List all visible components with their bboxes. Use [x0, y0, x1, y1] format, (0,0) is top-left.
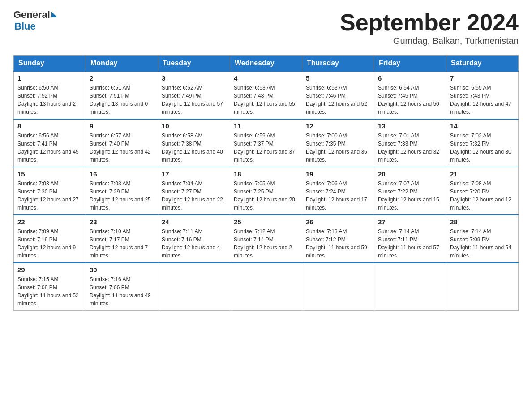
- day-number: 12: [306, 122, 370, 130]
- day-number: 23: [90, 218, 154, 226]
- day-number: 17: [162, 170, 226, 178]
- calendar-cell: 4Sunrise: 6:53 AMSunset: 7:48 PMDaylight…: [230, 71, 302, 119]
- week-row-2: 8Sunrise: 6:56 AMSunset: 7:41 PMDaylight…: [14, 119, 519, 167]
- day-info: Sunrise: 6:53 AMSunset: 7:46 PMDaylight:…: [306, 84, 370, 116]
- day-number: 13: [378, 122, 442, 130]
- logo: General Blue: [13, 9, 57, 32]
- day-number: 15: [17, 170, 82, 178]
- day-info: Sunrise: 6:57 AMSunset: 7:40 PMDaylight:…: [90, 132, 154, 164]
- day-info: Sunrise: 6:59 AMSunset: 7:37 PMDaylight:…: [234, 132, 298, 164]
- calendar-cell: 25Sunrise: 7:12 AMSunset: 7:14 PMDayligh…: [230, 215, 302, 263]
- day-info: Sunrise: 7:01 AMSunset: 7:33 PMDaylight:…: [378, 132, 442, 164]
- weekday-header-tuesday: Tuesday: [158, 56, 230, 72]
- day-number: 19: [306, 170, 370, 178]
- day-info: Sunrise: 6:51 AMSunset: 7:51 PMDaylight:…: [90, 84, 154, 116]
- day-number: 2: [90, 74, 154, 82]
- day-number: 26: [306, 218, 370, 226]
- day-info: Sunrise: 7:11 AMSunset: 7:16 PMDaylight:…: [162, 227, 226, 260]
- calendar-cell: 14Sunrise: 7:02 AMSunset: 7:32 PMDayligh…: [446, 119, 519, 167]
- calendar-cell: [230, 263, 302, 311]
- calendar-cell: 26Sunrise: 7:13 AMSunset: 7:12 PMDayligh…: [302, 215, 374, 263]
- calendar-cell: 12Sunrise: 7:00 AMSunset: 7:35 PMDayligh…: [302, 119, 374, 167]
- calendar-cell: 23Sunrise: 7:10 AMSunset: 7:17 PMDayligh…: [86, 215, 158, 263]
- day-info: Sunrise: 7:07 AMSunset: 7:22 PMDaylight:…: [378, 180, 442, 212]
- weekday-header-saturday: Saturday: [446, 56, 519, 72]
- day-info: Sunrise: 6:53 AMSunset: 7:48 PMDaylight:…: [234, 84, 298, 116]
- location-text: Gumdag, Balkan, Turkmenistan: [340, 36, 519, 46]
- day-info: Sunrise: 7:10 AMSunset: 7:17 PMDaylight:…: [90, 227, 154, 260]
- day-number: 20: [378, 170, 442, 178]
- day-number: 7: [450, 74, 515, 82]
- day-info: Sunrise: 6:58 AMSunset: 7:38 PMDaylight:…: [162, 132, 226, 164]
- weekday-header-wednesday: Wednesday: [230, 56, 302, 72]
- calendar-cell: 2Sunrise: 6:51 AMSunset: 7:51 PMDaylight…: [86, 71, 158, 119]
- calendar-cell: 18Sunrise: 7:05 AMSunset: 7:25 PMDayligh…: [230, 167, 302, 215]
- calendar-cell: 28Sunrise: 7:14 AMSunset: 7:09 PMDayligh…: [446, 215, 519, 263]
- day-info: Sunrise: 7:06 AMSunset: 7:24 PMDaylight:…: [306, 180, 370, 212]
- calendar-cell: 1Sunrise: 6:50 AMSunset: 7:52 PMDaylight…: [14, 71, 86, 119]
- day-info: Sunrise: 7:15 AMSunset: 7:08 PMDaylight:…: [17, 275, 82, 308]
- day-number: 4: [234, 74, 298, 82]
- weekday-header-monday: Monday: [86, 56, 158, 72]
- calendar-cell: 13Sunrise: 7:01 AMSunset: 7:33 PMDayligh…: [374, 119, 446, 167]
- day-number: 1: [17, 74, 82, 82]
- calendar-cell: 16Sunrise: 7:03 AMSunset: 7:29 PMDayligh…: [86, 167, 158, 215]
- day-info: Sunrise: 7:05 AMSunset: 7:25 PMDaylight:…: [234, 180, 298, 212]
- day-info: Sunrise: 7:08 AMSunset: 7:20 PMDaylight:…: [450, 180, 515, 212]
- calendar-cell: 24Sunrise: 7:11 AMSunset: 7:16 PMDayligh…: [158, 215, 230, 263]
- calendar-cell: [302, 263, 374, 311]
- day-info: Sunrise: 6:54 AMSunset: 7:45 PMDaylight:…: [378, 84, 442, 116]
- day-info: Sunrise: 7:13 AMSunset: 7:12 PMDaylight:…: [306, 227, 370, 260]
- day-number: 16: [90, 170, 154, 178]
- calendar-cell: 15Sunrise: 7:03 AMSunset: 7:30 PMDayligh…: [14, 167, 86, 215]
- day-info: Sunrise: 6:50 AMSunset: 7:52 PMDaylight:…: [17, 84, 82, 116]
- day-info: Sunrise: 6:55 AMSunset: 7:43 PMDaylight:…: [450, 84, 515, 116]
- day-number: 28: [450, 218, 515, 226]
- weekday-header-sunday: Sunday: [14, 56, 86, 72]
- day-number: 30: [90, 266, 154, 274]
- week-row-1: 1Sunrise: 6:50 AMSunset: 7:52 PMDaylight…: [14, 71, 519, 119]
- day-number: 5: [306, 74, 370, 82]
- calendar-cell: 10Sunrise: 6:58 AMSunset: 7:38 PMDayligh…: [158, 119, 230, 167]
- day-info: Sunrise: 6:52 AMSunset: 7:49 PMDaylight:…: [162, 84, 226, 116]
- weekday-header-friday: Friday: [374, 56, 446, 72]
- day-number: 22: [17, 218, 82, 226]
- calendar-cell: 9Sunrise: 6:57 AMSunset: 7:40 PMDaylight…: [86, 119, 158, 167]
- calendar-cell: 3Sunrise: 6:52 AMSunset: 7:49 PMDaylight…: [158, 71, 230, 119]
- calendar-cell: [446, 263, 519, 311]
- day-number: 9: [90, 122, 154, 130]
- day-info: Sunrise: 7:14 AMSunset: 7:11 PMDaylight:…: [378, 227, 442, 260]
- calendar-cell: [158, 263, 230, 311]
- day-info: Sunrise: 7:00 AMSunset: 7:35 PMDaylight:…: [306, 132, 370, 164]
- month-title: September 2024: [340, 9, 519, 36]
- calendar-cell: 19Sunrise: 7:06 AMSunset: 7:24 PMDayligh…: [302, 167, 374, 215]
- page-header: General Blue September 2024 Gumdag, Balk…: [13, 9, 519, 46]
- day-number: 14: [450, 122, 515, 130]
- calendar-cell: 22Sunrise: 7:09 AMSunset: 7:19 PMDayligh…: [14, 215, 86, 263]
- calendar-cell: 30Sunrise: 7:16 AMSunset: 7:06 PMDayligh…: [86, 263, 158, 311]
- weekday-header-thursday: Thursday: [302, 56, 374, 72]
- weekday-header-row: SundayMondayTuesdayWednesdayThursdayFrid…: [14, 56, 519, 72]
- calendar-cell: 8Sunrise: 6:56 AMSunset: 7:41 PMDaylight…: [14, 119, 86, 167]
- title-section: September 2024 Gumdag, Balkan, Turkmenis…: [340, 9, 519, 46]
- calendar-table: SundayMondayTuesdayWednesdayThursdayFrid…: [13, 55, 519, 311]
- week-row-3: 15Sunrise: 7:03 AMSunset: 7:30 PMDayligh…: [14, 167, 519, 215]
- week-row-4: 22Sunrise: 7:09 AMSunset: 7:19 PMDayligh…: [14, 215, 519, 263]
- calendar-cell: 27Sunrise: 7:14 AMSunset: 7:11 PMDayligh…: [374, 215, 446, 263]
- day-number: 24: [162, 218, 226, 226]
- day-info: Sunrise: 7:02 AMSunset: 7:32 PMDaylight:…: [450, 132, 515, 164]
- calendar-cell: 5Sunrise: 6:53 AMSunset: 7:46 PMDaylight…: [302, 71, 374, 119]
- day-number: 29: [17, 266, 82, 274]
- calendar-cell: 20Sunrise: 7:07 AMSunset: 7:22 PMDayligh…: [374, 167, 446, 215]
- logo-text-blue: Blue: [14, 21, 36, 32]
- day-info: Sunrise: 7:03 AMSunset: 7:29 PMDaylight:…: [90, 180, 154, 212]
- calendar-cell: 11Sunrise: 6:59 AMSunset: 7:37 PMDayligh…: [230, 119, 302, 167]
- day-info: Sunrise: 7:16 AMSunset: 7:06 PMDaylight:…: [90, 275, 154, 308]
- logo-arrow-icon: [51, 12, 57, 17]
- day-info: Sunrise: 7:09 AMSunset: 7:19 PMDaylight:…: [17, 227, 82, 260]
- day-number: 3: [162, 74, 226, 82]
- logo-text-general: General: [13, 9, 50, 21]
- day-info: Sunrise: 7:12 AMSunset: 7:14 PMDaylight:…: [234, 227, 298, 260]
- calendar-cell: 29Sunrise: 7:15 AMSunset: 7:08 PMDayligh…: [14, 263, 86, 311]
- day-number: 27: [378, 218, 442, 226]
